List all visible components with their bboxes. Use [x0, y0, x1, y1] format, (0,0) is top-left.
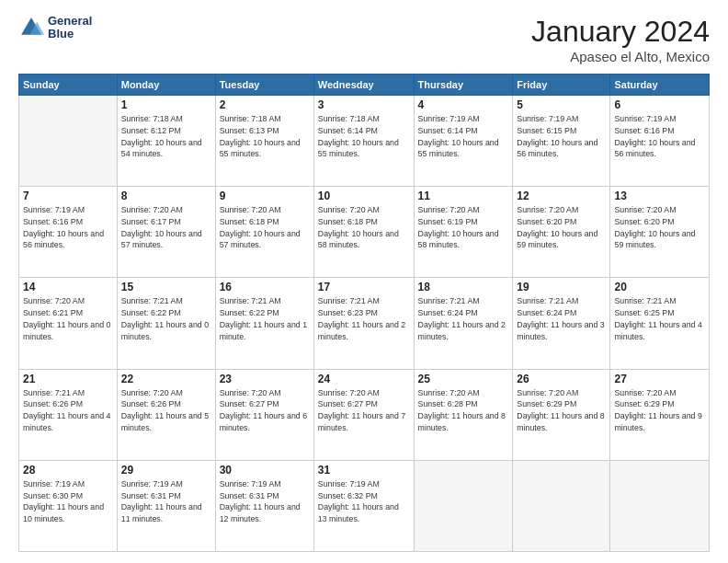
day-number: 5 [517, 98, 606, 111]
day-number: 11 [418, 190, 509, 202]
day-number: 7 [23, 190, 113, 202]
day-number: 27 [614, 373, 705, 385]
day-cell: 22Sunrise: 7:20 AMSunset: 6:26 PMDayligh… [117, 369, 215, 460]
day-cell: 10Sunrise: 7:20 AMSunset: 6:18 PMDayligh… [313, 187, 414, 278]
day-cell: 17Sunrise: 7:21 AMSunset: 6:23 PMDayligh… [313, 278, 414, 369]
day-cell: 15Sunrise: 7:21 AMSunset: 6:22 PMDayligh… [117, 278, 215, 369]
day-info: Sunrise: 7:20 AMSunset: 6:29 PMDaylight:… [517, 387, 606, 434]
day-info: Sunrise: 7:21 AMSunset: 6:24 PMDaylight:… [517, 295, 606, 342]
title-block: January 2024 Apaseo el Alto, Mexico [531, 15, 710, 64]
day-number: 10 [318, 190, 410, 202]
day-number: 19 [517, 281, 606, 293]
day-info: Sunrise: 7:18 AMSunset: 6:12 PMDaylight:… [121, 113, 211, 160]
week-row-3: 14Sunrise: 7:20 AMSunset: 6:21 PMDayligh… [19, 278, 710, 369]
weekday-saturday: Saturday [610, 75, 710, 96]
day-info: Sunrise: 7:20 AMSunset: 6:26 PMDaylight:… [121, 387, 211, 434]
day-cell: 1Sunrise: 7:18 AMSunset: 6:12 PMDaylight… [117, 96, 215, 187]
day-cell: 13Sunrise: 7:20 AMSunset: 6:20 PMDayligh… [610, 187, 710, 278]
day-number: 26 [517, 373, 606, 385]
day-number: 24 [318, 373, 410, 385]
day-cell: 6Sunrise: 7:19 AMSunset: 6:16 PMDaylight… [610, 96, 710, 187]
day-cell: 11Sunrise: 7:20 AMSunset: 6:19 PMDayligh… [414, 187, 513, 278]
day-number: 6 [614, 98, 705, 111]
day-info: Sunrise: 7:19 AMSunset: 6:16 PMDaylight:… [614, 113, 705, 160]
day-info: Sunrise: 7:21 AMSunset: 6:22 PMDaylight:… [121, 295, 211, 342]
day-cell: 4Sunrise: 7:19 AMSunset: 6:14 PMDaylight… [414, 96, 513, 187]
weekday-wednesday: Wednesday [313, 75, 414, 96]
day-cell: 25Sunrise: 7:20 AMSunset: 6:28 PMDayligh… [414, 369, 513, 460]
weekday-tuesday: Tuesday [215, 75, 313, 96]
month-title: January 2024 [531, 15, 710, 49]
day-info: Sunrise: 7:20 AMSunset: 6:27 PMDaylight:… [318, 387, 410, 434]
day-info: Sunrise: 7:18 AMSunset: 6:13 PMDaylight:… [220, 113, 310, 160]
day-info: Sunrise: 7:20 AMSunset: 6:27 PMDaylight:… [220, 387, 310, 434]
day-info: Sunrise: 7:20 AMSunset: 6:28 PMDaylight:… [418, 387, 509, 434]
day-number: 3 [318, 98, 410, 111]
day-cell [513, 460, 610, 551]
day-number: 2 [220, 98, 310, 111]
logo-line2: Blue [48, 28, 92, 40]
location-title: Apaseo el Alto, Mexico [531, 49, 710, 64]
day-info: Sunrise: 7:19 AMSunset: 6:30 PMDaylight:… [23, 478, 113, 525]
day-number: 21 [23, 373, 113, 385]
day-cell: 28Sunrise: 7:19 AMSunset: 6:30 PMDayligh… [19, 460, 118, 551]
day-cell: 5Sunrise: 7:19 AMSunset: 6:15 PMDaylight… [513, 96, 610, 187]
day-info: Sunrise: 7:19 AMSunset: 6:15 PMDaylight:… [517, 113, 606, 160]
day-info: Sunrise: 7:21 AMSunset: 6:25 PMDaylight:… [614, 295, 705, 342]
day-cell: 26Sunrise: 7:20 AMSunset: 6:29 PMDayligh… [513, 369, 610, 460]
day-cell: 27Sunrise: 7:20 AMSunset: 6:29 PMDayligh… [610, 369, 710, 460]
day-number: 9 [220, 190, 310, 202]
day-info: Sunrise: 7:19 AMSunset: 6:16 PMDaylight:… [23, 204, 113, 251]
weekday-friday: Friday [513, 75, 610, 96]
day-cell [414, 460, 513, 551]
day-cell: 21Sunrise: 7:21 AMSunset: 6:26 PMDayligh… [19, 369, 118, 460]
day-cell: 31Sunrise: 7:19 AMSunset: 6:32 PMDayligh… [313, 460, 414, 551]
week-row-5: 28Sunrise: 7:19 AMSunset: 6:30 PMDayligh… [19, 460, 710, 551]
day-cell: 23Sunrise: 7:20 AMSunset: 6:27 PMDayligh… [215, 369, 313, 460]
weekday-sunday: Sunday [19, 75, 118, 96]
logo-line1: General [48, 15, 92, 28]
day-number: 13 [614, 190, 705, 202]
logo: General Blue [18, 15, 92, 41]
weekday-header-row: SundayMondayTuesdayWednesdayThursdayFrid… [19, 75, 710, 96]
logo-text: General Blue [48, 15, 92, 41]
day-number: 17 [318, 281, 410, 293]
day-info: Sunrise: 7:20 AMSunset: 6:17 PMDaylight:… [121, 204, 211, 251]
day-cell: 3Sunrise: 7:18 AMSunset: 6:14 PMDaylight… [313, 96, 414, 187]
logo-icon [18, 15, 44, 40]
week-row-1: 1Sunrise: 7:18 AMSunset: 6:12 PMDaylight… [19, 96, 710, 187]
day-info: Sunrise: 7:19 AMSunset: 6:32 PMDaylight:… [318, 478, 410, 525]
day-number: 1 [121, 98, 211, 111]
page: General Blue January 2024 Apaseo el Alto… [0, 0, 728, 563]
day-info: Sunrise: 7:19 AMSunset: 6:31 PMDaylight:… [220, 478, 310, 525]
day-number: 20 [614, 281, 705, 293]
day-info: Sunrise: 7:21 AMSunset: 6:23 PMDaylight:… [318, 295, 410, 342]
day-info: Sunrise: 7:21 AMSunset: 6:24 PMDaylight:… [418, 295, 509, 342]
day-cell: 20Sunrise: 7:21 AMSunset: 6:25 PMDayligh… [610, 278, 710, 369]
day-info: Sunrise: 7:20 AMSunset: 6:19 PMDaylight:… [418, 204, 509, 251]
day-cell [610, 460, 710, 551]
day-number: 25 [418, 373, 509, 385]
day-info: Sunrise: 7:19 AMSunset: 6:31 PMDaylight:… [121, 478, 211, 525]
day-info: Sunrise: 7:20 AMSunset: 6:18 PMDaylight:… [220, 204, 310, 251]
weekday-monday: Monday [117, 75, 215, 96]
day-number: 28 [23, 464, 113, 477]
day-cell: 24Sunrise: 7:20 AMSunset: 6:27 PMDayligh… [313, 369, 414, 460]
day-info: Sunrise: 7:18 AMSunset: 6:14 PMDaylight:… [318, 113, 410, 160]
day-cell: 12Sunrise: 7:20 AMSunset: 6:20 PMDayligh… [513, 187, 610, 278]
day-number: 4 [418, 98, 509, 111]
day-cell: 14Sunrise: 7:20 AMSunset: 6:21 PMDayligh… [19, 278, 118, 369]
day-number: 29 [121, 464, 211, 477]
day-cell: 29Sunrise: 7:19 AMSunset: 6:31 PMDayligh… [117, 460, 215, 551]
day-number: 18 [418, 281, 509, 293]
day-info: Sunrise: 7:20 AMSunset: 6:29 PMDaylight:… [614, 387, 705, 434]
day-cell: 8Sunrise: 7:20 AMSunset: 6:17 PMDaylight… [117, 187, 215, 278]
day-number: 23 [220, 373, 310, 385]
header: General Blue January 2024 Apaseo el Alto… [18, 15, 710, 64]
day-info: Sunrise: 7:19 AMSunset: 6:14 PMDaylight:… [418, 113, 509, 160]
day-number: 31 [318, 464, 410, 477]
day-cell: 16Sunrise: 7:21 AMSunset: 6:22 PMDayligh… [215, 278, 313, 369]
day-number: 22 [121, 373, 211, 385]
calendar: SundayMondayTuesdayWednesdayThursdayFrid… [18, 74, 710, 552]
weekday-thursday: Thursday [414, 75, 513, 96]
